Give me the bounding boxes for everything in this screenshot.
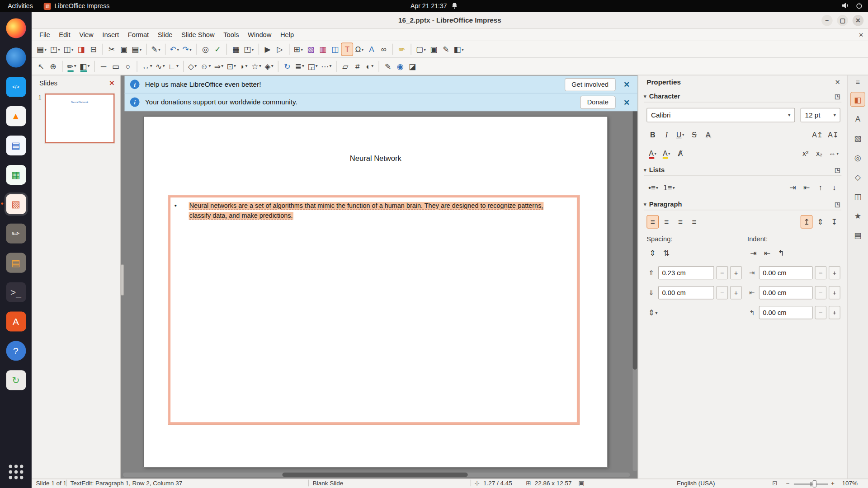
find-and-replace-icon[interactable]: ◎ [199, 42, 212, 56]
after-indent-decrease-button[interactable]: − [815, 286, 826, 299]
insert-special-character-icon[interactable]: Ω▾ [354, 42, 366, 56]
close-notification-icon[interactable]: ✕ [621, 98, 632, 107]
character-section-header[interactable]: ▾ Character ◳ [638, 92, 847, 100]
promote-icon[interactable]: ⇤ [801, 181, 813, 194]
ellipse-icon[interactable]: ○ [122, 60, 134, 73]
menu-item-tools[interactable]: Tools [219, 30, 243, 40]
above-spacing-field[interactable]: 0.23 cm [658, 266, 714, 279]
font-size-dropdown-icon[interactable]: ▾ [830, 113, 836, 118]
dock-ubuntu-software[interactable]: A [4, 310, 27, 333]
menu-item-window[interactable]: Window [243, 30, 276, 40]
shadow-icon[interactable]: ▱ [339, 60, 351, 73]
maximize-button[interactable]: ▢ [837, 15, 848, 26]
below-spacing-decrease-button[interactable]: − [716, 286, 728, 299]
move-up-icon[interactable]: ↑ [814, 181, 826, 194]
save-icon[interactable]: ◫▾ [62, 42, 75, 56]
after-indent-increase-button[interactable]: + [829, 286, 840, 299]
close-slides-panel-icon[interactable]: ✕ [109, 79, 114, 87]
callout-shapes-icon[interactable]: ◗▾ [238, 60, 250, 73]
selected-text-line-1[interactable]: Neural networks are a set of algorithms … [189, 202, 544, 210]
print-icon[interactable]: ⊟ [87, 42, 99, 56]
display-grid-icon[interactable]: ▦ [230, 42, 242, 56]
clock-button[interactable]: Apr 21 21:37 [410, 2, 458, 10]
shadow-text-icon[interactable]: A [702, 128, 714, 141]
slide-thumbnail[interactable]: Neural Network [45, 94, 114, 143]
menu-item-insert[interactable]: Insert [98, 30, 123, 40]
zoom-slider-handle[interactable] [813, 480, 817, 488]
export-pdf-icon[interactable]: ◨ [75, 42, 87, 56]
menu-item-help[interactable]: Help [276, 30, 298, 40]
3d-objects-icon[interactable]: ◈▾ [263, 60, 275, 73]
zoom-level-status[interactable]: 107% [842, 480, 857, 487]
menu-item-format[interactable]: Format [123, 30, 153, 40]
vertical-scrollbar[interactable] [633, 77, 637, 471]
display-views-icon[interactable]: ◰▾ [242, 42, 255, 56]
document-modified-icon[interactable]: ▣ [579, 480, 585, 487]
first-line-indent-increase-button[interactable]: + [829, 306, 840, 319]
unordered-list-icon[interactable]: •≡▾ [646, 181, 660, 194]
sidebar-tab-slide-transition[interactable]: ◫ [850, 189, 865, 204]
copy-icon[interactable]: ▣ [118, 42, 130, 56]
before-indent-increase-button[interactable]: + [829, 266, 840, 279]
first-line-indent-decrease-button[interactable]: − [815, 306, 826, 319]
sidebar-tab-navigator[interactable]: ◎ [850, 150, 865, 165]
donate-button[interactable]: Donate [580, 95, 616, 108]
slide-layout-icon[interactable]: ◧▾ [452, 42, 466, 56]
star-shapes-icon[interactable]: ☆▾ [250, 60, 263, 73]
close-notification-icon[interactable]: ✕ [621, 80, 632, 89]
title-bar[interactable]: 16_2.pptx - LibreOffice Impress − ▢ ✕ [32, 12, 868, 29]
sidebar-menu-icon[interactable]: ≡ [856, 78, 860, 86]
sidebar-tab-animation[interactable]: ★ [850, 208, 865, 223]
lines-and-arrows-icon[interactable]: ↔▾ [140, 60, 154, 73]
sidebar-tab-properties[interactable]: ◧ [850, 92, 865, 107]
align-top-icon[interactable]: ↥ [801, 215, 813, 228]
arrange-icon[interactable]: ◲▾ [306, 60, 320, 73]
dock-files[interactable]: ▤ [4, 251, 27, 274]
select-icon[interactable]: ↖ [35, 60, 47, 73]
menu-item-slide-show[interactable]: Slide Show [177, 30, 219, 40]
panel-splitter-handle[interactable] [121, 264, 124, 296]
rectangle-icon[interactable]: ▭ [109, 60, 122, 73]
language-status[interactable]: English (USA) [646, 480, 745, 487]
first-line-indent-field[interactable]: 0.00 cm [759, 306, 813, 319]
above-spacing-increase-button[interactable]: + [730, 266, 742, 279]
italic-icon[interactable]: I [660, 128, 673, 141]
fill-color-icon[interactable]: ◧▾ [78, 60, 91, 73]
lists-dialog-icon[interactable]: ◳ [835, 166, 840, 174]
horizontal-scrollbar-thumb[interactable] [282, 473, 467, 477]
curves-and-polygons-icon[interactable]: ∿▾ [154, 60, 166, 73]
insert-hyperlink-icon[interactable]: ∞ [377, 42, 390, 56]
new-presentation-icon[interactable]: ▤▾ [35, 42, 48, 56]
close-window-button[interactable]: ✕ [853, 15, 863, 26]
selected-text-box[interactable]: • Neural networks are a set of algorithm… [168, 195, 579, 424]
sidebar-tab-master-slides[interactable]: ▤ [850, 227, 865, 242]
symbol-shapes-icon[interactable]: ☺▾ [198, 60, 212, 73]
dock-firefox[interactable] [4, 17, 27, 40]
menu-item-slide[interactable]: Slide [153, 30, 177, 40]
align-bottom-icon[interactable]: ↧ [828, 215, 840, 228]
increase-paragraph-spacing-icon[interactable]: ⇕ [646, 246, 659, 259]
line-color-icon[interactable]: ✏▾ [65, 60, 78, 73]
duplicate-slide-icon[interactable]: ▣ [428, 42, 440, 56]
subscript-icon[interactable]: x₂ [813, 146, 826, 160]
focused-app-indicator[interactable]: ▧ LibreOffice Impress [44, 3, 109, 10]
font-size-combobox[interactable]: 12 pt ▾ [801, 108, 840, 122]
dock-libreoffice-calc[interactable]: ▦ [4, 163, 27, 186]
zoom-pan-icon[interactable]: ⊕ [47, 60, 59, 73]
activities-button[interactable]: Activities [8, 3, 33, 9]
dock-vscode[interactable]: </> [4, 75, 27, 99]
highlighting-color-icon[interactable]: A▾ [660, 146, 673, 160]
menu-item-view[interactable]: View [75, 30, 98, 40]
align-center-vertical-icon[interactable]: ⇕ [814, 215, 826, 228]
superscript-icon[interactable]: x² [799, 146, 811, 160]
gluepoints-icon[interactable]: ◉ [394, 60, 406, 73]
rotate-icon[interactable]: ↻ [281, 60, 293, 73]
below-spacing-increase-button[interactable]: + [730, 286, 742, 299]
below-spacing-field[interactable]: 0.00 cm [658, 286, 714, 299]
before-indent-decrease-button[interactable]: − [815, 266, 826, 279]
justify-icon[interactable]: ≡ [688, 215, 700, 228]
new-slide-icon[interactable]: ▢▾ [414, 42, 428, 56]
sidebar-tab-gallery[interactable]: ▧ [850, 131, 865, 145]
above-spacing-decrease-button[interactable]: − [716, 266, 728, 279]
paragraph-dialog-icon[interactable]: ◳ [835, 201, 840, 208]
